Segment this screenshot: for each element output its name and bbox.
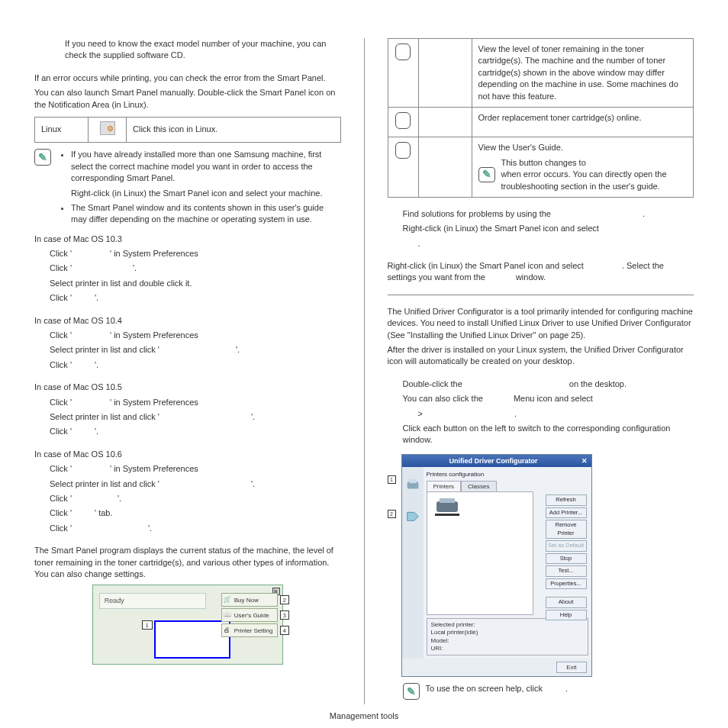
configurator-intro: The Unified Driver Configurator is a too…: [388, 306, 694, 341]
section-label: Printers configuration: [427, 470, 588, 478]
feature-icon-placeholder: [395, 112, 411, 129]
mac-heading: In case of Mac OS 10.3: [34, 234, 341, 245]
svg-rect-1: [409, 479, 416, 484]
smart-panel-linux-icon: [100, 121, 115, 135]
feature-icon-placeholder: [395, 142, 411, 159]
mac-heading: In case of Mac OS 10.5: [34, 382, 341, 393]
help-note: To use the on screen help, click: [426, 684, 543, 693]
note-item: The Smart Panel window and its contents …: [71, 202, 341, 226]
note-icon: ✎: [34, 149, 51, 166]
intro-text-2: If an error occurs while printing, you c…: [34, 72, 341, 84]
configurator-window: Unified Driver Configurator ✕ ▮ Printers…: [401, 454, 592, 678]
os-cell: Linux: [35, 117, 89, 142]
linux-icon-table: Linux Click this icon in Linux.: [34, 117, 341, 143]
book-icon: 📖: [224, 610, 233, 620]
printer-icon: 🖨: [224, 626, 233, 635]
test-button[interactable]: Test...: [546, 565, 587, 577]
mac-heading: In case of Mac OS 10.4: [34, 315, 341, 327]
properties-button[interactable]: Properties...: [546, 578, 587, 590]
printer-item-icon: [433, 497, 461, 517]
tab-printers[interactable]: Printers: [427, 481, 462, 491]
linux-desc: Click this icon in Linux.: [127, 117, 341, 142]
note-icon: ✎: [478, 167, 495, 182]
exit-button[interactable]: Exit: [556, 662, 586, 673]
remove-printer-button[interactable]: Remove Printer: [546, 520, 587, 539]
page-footer: Management tools: [0, 710, 728, 722]
refresh-button[interactable]: Refresh: [546, 494, 587, 506]
feature-desc: View the level of toner remaining in the…: [472, 39, 694, 108]
note-icon: ✎: [403, 683, 420, 700]
feature-desc: Order replacement toner cartridge(s) onl…: [472, 107, 694, 137]
note-item: If you have already installed more than …: [71, 149, 341, 184]
intro-text-3: You can also launch Smart Panel manually…: [34, 87, 341, 111]
note-item: Right-click (in Linux) the Smart Panel i…: [71, 188, 341, 199]
feature-icon-placeholder: [395, 43, 411, 60]
svg-rect-2: [436, 501, 458, 512]
callout-number: 1: [142, 620, 153, 630]
buy-now-button[interactable]: 🛒Buy Now2: [221, 593, 278, 607]
printer-setting-button[interactable]: 🖨Printer Setting4: [221, 623, 278, 637]
feature-table: View the level of toner remaining in the…: [388, 38, 694, 198]
window-title: Unified Driver Configurator: [449, 456, 537, 466]
tab-classes[interactable]: Classes: [461, 481, 496, 491]
configurator-intro-2: After the driver is installed on your Li…: [388, 344, 694, 368]
help-button[interactable]: Help: [546, 610, 587, 621]
svg-rect-3: [440, 498, 455, 503]
printer-list[interactable]: [427, 491, 533, 615]
stop-button[interactable]: Stop: [546, 553, 587, 565]
cart-icon: 🛒: [224, 595, 233, 604]
smart-panel-description: The Smart Panel program displays the cur…: [34, 545, 341, 580]
close-icon[interactable]: ✕: [581, 456, 588, 466]
printers-section-icon[interactable]: [404, 476, 421, 493]
intro-text: If you need to know the exact model numb…: [65, 38, 341, 62]
about-button[interactable]: About: [546, 597, 587, 608]
ports-section-icon[interactable]: [404, 507, 421, 523]
set-default-button[interactable]: Set as Default: [546, 540, 587, 552]
selected-printer-label: Selected printer:: [431, 621, 584, 629]
users-guide-button[interactable]: 📖User's Guide3: [221, 608, 278, 622]
status-label: Ready: [99, 593, 206, 609]
mac-heading: In case of Mac OS 10.6: [34, 449, 341, 460]
smart-panel-window: ✕ Ready 1 🛒Buy Now2 📖User's Guide3 🖨Prin…: [92, 585, 283, 665]
printer-image-placeholder: [154, 620, 230, 659]
callout-number: 2: [388, 510, 396, 518]
svg-rect-4: [435, 514, 459, 516]
add-printer-button[interactable]: Add Printer...: [546, 507, 587, 519]
feature-desc: View the User's Guide.: [478, 142, 688, 153]
callout-number: 1: [388, 475, 396, 484]
